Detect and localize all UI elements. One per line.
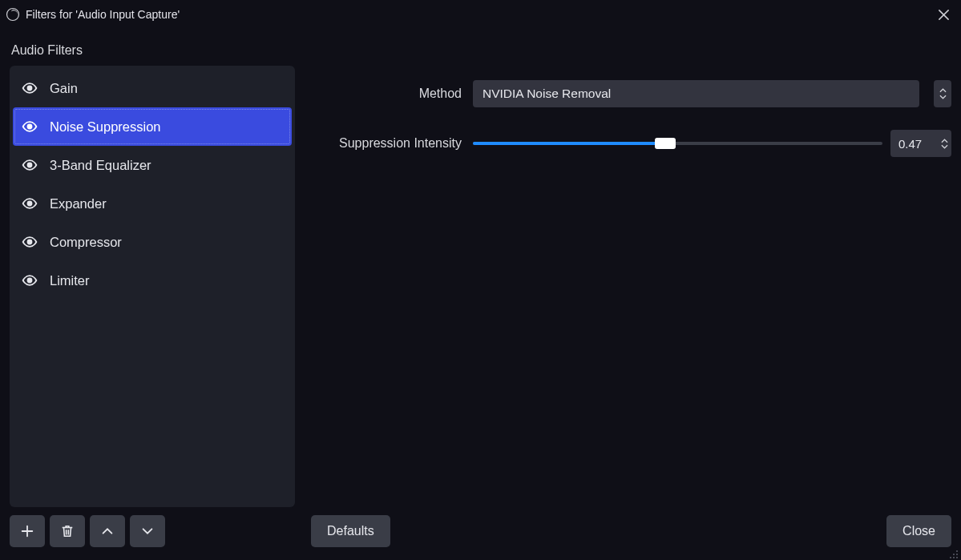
filter-item[interactable]: Gain [13, 69, 292, 107]
filter-item[interactable]: Compressor [13, 223, 292, 261]
section-label-audio-filters: Audio Filters [11, 43, 951, 58]
spinbox-up-icon[interactable] [941, 139, 948, 143]
visibility-toggle-icon[interactable] [21, 272, 38, 289]
add-filter-button[interactable] [10, 515, 45, 547]
filter-item[interactable]: Expander [13, 184, 292, 223]
filter-item-label: Noise Suppression [50, 119, 161, 135]
svg-point-5 [28, 163, 32, 167]
window-close-button[interactable] [932, 3, 955, 26]
resize-grip-icon[interactable] [949, 548, 959, 558]
move-filter-down-button[interactable] [130, 515, 165, 547]
filter-item[interactable]: Noise Suppression [13, 107, 292, 146]
filter-item-label: Gain [50, 81, 78, 96]
filter-properties-pane: Method NVIDIA Noise Removal Suppression … [306, 66, 951, 507]
spinbox-down-icon[interactable] [941, 144, 948, 149]
trash-icon [60, 524, 75, 538]
method-select[interactable]: NVIDIA Noise Removal [473, 80, 919, 107]
filter-list: GainNoise Suppression3-Band EqualizerExp… [10, 66, 295, 507]
filter-item-label: Compressor [50, 235, 122, 250]
visibility-toggle-icon[interactable] [21, 195, 38, 212]
intensity-value: 0.47 [898, 137, 941, 151]
chevron-down-icon [140, 524, 155, 538]
chevron-down-icon [939, 95, 947, 99]
svg-point-16 [950, 557, 951, 558]
titlebar: Filters for 'Audio Input Capture' [0, 0, 961, 29]
svg-point-7 [28, 240, 32, 244]
window-title: Filters for 'Audio Input Capture' [26, 8, 180, 21]
chevron-up-icon [939, 88, 947, 93]
chevron-up-icon [100, 524, 115, 538]
filter-item-label: Limiter [50, 273, 90, 288]
method-select-value: NVIDIA Noise Removal [483, 87, 611, 101]
move-filter-up-button[interactable] [90, 515, 125, 547]
svg-point-4 [28, 125, 32, 129]
method-select-stepper[interactable] [934, 80, 951, 107]
filter-item[interactable]: 3-Band Equalizer [13, 146, 292, 184]
filter-item-label: Expander [50, 196, 107, 212]
close-button-label: Close [902, 524, 935, 538]
filter-item[interactable]: Limiter [13, 261, 292, 300]
defaults-button[interactable]: Defaults [311, 515, 390, 547]
slider-thumb[interactable] [655, 138, 676, 149]
method-label: Method [306, 87, 462, 101]
close-button[interactable]: Close [886, 515, 951, 547]
intensity-row: Suppression Intensity 0.47 [306, 130, 951, 157]
defaults-button-label: Defaults [327, 524, 374, 538]
intensity-label: Suppression Intensity [306, 136, 462, 151]
visibility-toggle-icon[interactable] [21, 118, 38, 135]
svg-point-13 [956, 550, 958, 552]
svg-point-18 [956, 557, 958, 558]
svg-point-15 [956, 554, 958, 555]
obs-logo-icon [5, 6, 21, 22]
method-row: Method NVIDIA Noise Removal [306, 80, 951, 107]
svg-point-6 [28, 202, 32, 206]
plus-icon [20, 524, 34, 538]
filter-item-label: 3-Band Equalizer [50, 158, 151, 173]
visibility-toggle-icon[interactable] [21, 156, 38, 174]
visibility-toggle-icon[interactable] [21, 79, 38, 97]
bottom-toolbar: Defaults Close [10, 514, 951, 549]
intensity-spinbox[interactable]: 0.47 [890, 130, 951, 157]
visibility-toggle-icon[interactable] [21, 233, 38, 251]
svg-point-8 [28, 279, 32, 283]
intensity-slider[interactable] [473, 135, 882, 151]
svg-point-14 [953, 554, 955, 555]
svg-point-17 [953, 557, 955, 558]
svg-point-3 [28, 87, 32, 91]
remove-filter-button[interactable] [50, 515, 85, 547]
